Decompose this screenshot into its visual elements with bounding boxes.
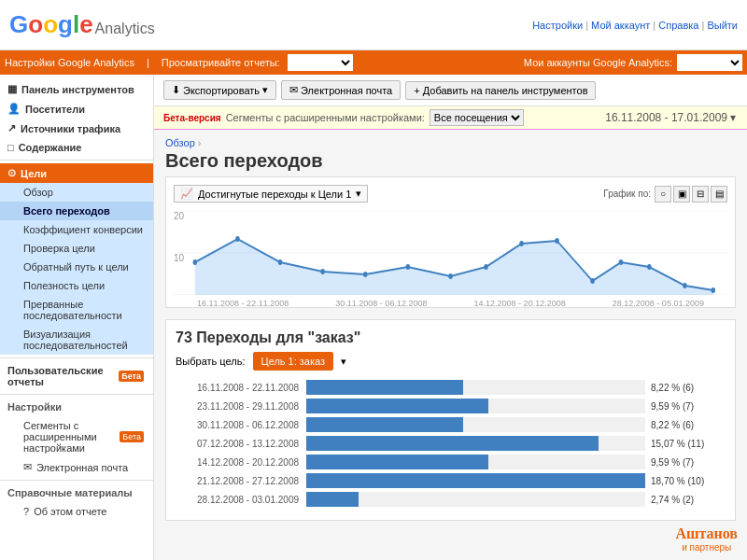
topbar-accounts-select[interactable] bbox=[677, 54, 742, 71]
sidebar-item-advanced-segments[interactable]: Сегменты с расширенными настройками Бета bbox=[0, 416, 153, 457]
report-title: Всего переходов bbox=[165, 150, 323, 172]
sidebar-item-abandoned[interactable]: Прерванные последовательности bbox=[0, 295, 153, 325]
goal-tab-1[interactable]: Цель 1: заказ bbox=[253, 352, 334, 371]
bar-value: 9,59 % (7) bbox=[651, 401, 726, 412]
segments-label: Сегменты с расширенными настройками: bbox=[226, 112, 425, 123]
help-link[interactable]: Справка bbox=[658, 20, 698, 31]
bar-row: 30.11.2008 - 06.12.20088,22 % (6) bbox=[176, 417, 726, 432]
account-link[interactable]: Мой аккаунт bbox=[591, 20, 650, 31]
segment-select[interactable]: Все посещения bbox=[430, 109, 524, 126]
bar-row: 07.12.2008 - 13.12.200815,07 % (11) bbox=[176, 436, 726, 451]
date-chevron[interactable]: ▾ bbox=[730, 111, 736, 124]
sidebar-item-dashboard[interactable]: ▦ Панель инструментов bbox=[0, 79, 153, 99]
chart-controls: ○ ▣ ⊟ ▤ bbox=[655, 186, 727, 203]
sidebar-item-conversion-rate[interactable]: Коэффициент конверсии bbox=[0, 220, 153, 239]
chart-btn-bar[interactable]: ▣ bbox=[673, 186, 690, 203]
sidebar-item-email[interactable]: ✉ Электронная почта bbox=[0, 457, 153, 477]
segments-beta-badge: Бета bbox=[120, 431, 144, 442]
line-chart-svg bbox=[174, 211, 727, 295]
svg-point-9 bbox=[406, 264, 411, 270]
sidebar-item-about-report[interactable]: ? Об этом отчете bbox=[0, 502, 153, 521]
topbar-right: Мои аккаунты Google Analytics: bbox=[524, 54, 742, 71]
sidebar-item-goals[interactable]: ⊙ Цели bbox=[0, 163, 153, 183]
line-icon: 📈 bbox=[180, 188, 193, 200]
x-axis-labels: 16.11.2008 - 22.11.2008 30.11.2008 - 06.… bbox=[174, 299, 727, 308]
chart-area: 20 10 bbox=[174, 206, 727, 300]
bar-value: 8,22 % (6) bbox=[651, 383, 726, 393]
sidebar-item-funnel-viz[interactable]: Визуализация последовательностей bbox=[0, 325, 153, 355]
bar-track bbox=[306, 380, 645, 395]
chart-btn-compare[interactable]: ⊟ bbox=[692, 186, 709, 203]
chart-header: 📈 Достигнутые переходы к Цели 1 ▾ График… bbox=[174, 185, 727, 203]
goal-selector: Выбрать цель: Цель 1: заказ ▾ bbox=[176, 352, 726, 371]
svg-marker-3 bbox=[195, 239, 713, 295]
bar-row: 28.12.2008 - 03.01.20092,74 % (2) bbox=[176, 492, 726, 507]
bar-period-label: 23.11.2008 - 29.11.2008 bbox=[176, 401, 306, 412]
report: Обзор Всего переходов 16.11.2008 - 17.01… bbox=[154, 130, 747, 528]
sidebar-item-custom-reports[interactable]: Пользовательские отчеты Бета bbox=[0, 361, 153, 391]
svg-point-15 bbox=[619, 259, 624, 265]
beta-badge: Бета bbox=[119, 371, 144, 382]
logout-link[interactable]: Выйти bbox=[707, 20, 738, 31]
bar-period-label: 21.12.2008 - 27.12.2008 bbox=[176, 476, 306, 486]
add-icon: + bbox=[414, 85, 419, 96]
bar-row: 16.11.2008 - 22.11.20088,22 % (6) bbox=[176, 380, 726, 395]
topbar-accounts-label: Мои аккаунты Google Analytics: bbox=[524, 57, 672, 68]
sidebar-item-goal-verification[interactable]: Проверка цели bbox=[0, 239, 153, 258]
topbar: Настройки Google Analytics | Просматрива… bbox=[0, 50, 747, 75]
bar-track bbox=[306, 417, 645, 432]
content-area: ⬇ Экспортировать ▾ ✉ Электронная почта +… bbox=[154, 75, 747, 560]
bar-period-label: 28.12.2008 - 03.01.2009 bbox=[176, 495, 306, 505]
chart-btn-table[interactable]: ▤ bbox=[711, 186, 727, 203]
y-label-max: 20 bbox=[174, 211, 184, 221]
bar-row: 23.11.2008 - 29.11.20089,59 % (7) bbox=[176, 399, 726, 413]
breadcrumb[interactable]: Обзор bbox=[165, 137, 202, 148]
graph-by-label: График по: bbox=[603, 189, 651, 199]
svg-point-8 bbox=[363, 272, 368, 277]
goals-section: 73 Переходы для "заказ" Выбрать цель: Це… bbox=[165, 319, 736, 521]
sidebar-item-traffic[interactable]: ↗ Источники трафика bbox=[0, 119, 153, 138]
svg-point-14 bbox=[590, 278, 595, 284]
svg-point-17 bbox=[683, 283, 687, 288]
email-icon: ✉ bbox=[23, 461, 32, 473]
svg-point-10 bbox=[448, 273, 453, 279]
sidebar-item-visitors[interactable]: 👤 Посетители bbox=[0, 99, 153, 119]
sidebar-item-content[interactable]: □ Содержание bbox=[0, 138, 153, 157]
content-icon: □ bbox=[7, 142, 14, 153]
bar-value: 8,22 % (6) bbox=[651, 420, 726, 430]
export-button[interactable]: ⬇ Экспортировать ▾ bbox=[163, 80, 276, 100]
beta-label: Бета-версия bbox=[163, 113, 221, 123]
selector-chevron: ▾ bbox=[356, 188, 361, 200]
add-to-dashboard-button[interactable]: + Добавить на панель инструментов bbox=[405, 81, 596, 100]
sidebar-reference-header: Справочные материалы bbox=[0, 483, 153, 502]
topbar-reports-select[interactable] bbox=[288, 54, 353, 71]
topbar-settings-label: Настройки Google Analytics bbox=[5, 57, 134, 68]
toolbar: ⬇ Экспортировать ▾ ✉ Электронная почта +… bbox=[154, 75, 747, 106]
sidebar-item-goal-path[interactable]: Обратный путь к цели bbox=[0, 258, 153, 276]
chart-selector[interactable]: 📈 Достигнутые переходы к Цели 1 ▾ bbox=[174, 185, 368, 203]
main-layout: ▦ Панель инструментов 👤 Посетители ↗ Ист… bbox=[0, 75, 747, 560]
svg-point-5 bbox=[235, 236, 240, 242]
sidebar-item-total-conversions[interactable]: Всего переходов bbox=[0, 202, 153, 220]
footer-logo-text: Аштанов bbox=[675, 525, 738, 542]
chart-btn-circle[interactable]: ○ bbox=[655, 186, 671, 203]
link-sep1: | bbox=[585, 20, 588, 31]
bar-period-label: 07.12.2008 - 13.12.2008 bbox=[176, 439, 306, 449]
link-sep2: | bbox=[653, 20, 655, 31]
topbar-reports-label: Просматривайте отчеты: bbox=[162, 57, 280, 68]
bar-fill bbox=[306, 399, 488, 413]
goal-chevron[interactable]: ▾ bbox=[341, 356, 346, 368]
email-icon: ✉ bbox=[289, 84, 298, 96]
y-label-mid: 10 bbox=[174, 253, 184, 263]
export-chevron: ▾ bbox=[262, 84, 268, 96]
settings-link[interactable]: Настройки bbox=[532, 20, 583, 31]
sidebar-item-overview[interactable]: Обзор bbox=[0, 183, 153, 202]
sidebar-item-goal-value[interactable]: Полезность цели bbox=[0, 276, 153, 295]
bar-fill bbox=[306, 455, 488, 469]
analytics-label: Analytics bbox=[95, 21, 155, 37]
email-button[interactable]: ✉ Электронная почта bbox=[281, 80, 401, 100]
bar-track bbox=[306, 492, 645, 507]
bar-row: 14.12.2008 - 20.12.20089,59 % (7) bbox=[176, 455, 726, 469]
google-logo: Google bbox=[9, 10, 93, 39]
bar-track bbox=[306, 455, 645, 469]
